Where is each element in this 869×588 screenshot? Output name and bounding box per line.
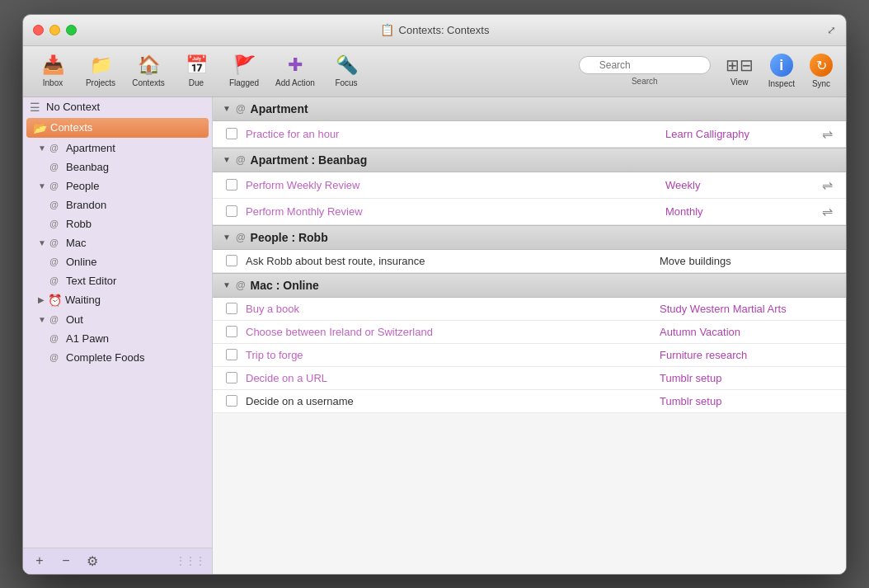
due-icon: 📅: [186, 54, 208, 76]
collapse-triangle-people-robb[interactable]: ▼: [223, 233, 231, 242]
sidebar-item-apartment[interactable]: ▼ @ Apartment: [23, 139, 212, 158]
task-name[interactable]: Perform Monthly Review: [246, 205, 657, 218]
sidebar-item-robb[interactable]: @ Robb: [23, 214, 212, 233]
add-action-button[interactable]: ✚ Add Action: [269, 49, 322, 92]
sidebar-item-out[interactable]: ▼ @ Out: [23, 310, 212, 329]
a1-pawn-at-icon: @: [49, 333, 63, 343]
people-at-icon: @: [49, 181, 63, 191]
out-at-icon: @: [49, 314, 63, 324]
sidebar-item-waiting[interactable]: ▶ ⏰ Waiting: [23, 290, 212, 310]
sidebar-item-no-context[interactable]: ☰ No Context: [23, 97, 212, 117]
focus-icon: 🔦: [336, 54, 358, 76]
task-checkbox[interactable]: [226, 128, 237, 139]
task-name[interactable]: Ask Robb about best route, insurance: [246, 255, 651, 267]
maximize-button[interactable]: [66, 25, 77, 35]
focus-button[interactable]: 🔦 Focus: [323, 49, 369, 92]
due-button[interactable]: 📅 Due: [173, 49, 219, 92]
projects-label: Projects: [86, 78, 115, 87]
section-header-apartment-beanbag: ▼ @ Apartment : Beanbag: [213, 148, 846, 172]
task-checkbox[interactable]: [226, 255, 237, 266]
sidebar-item-text-editor[interactable]: @ Text Editor: [23, 271, 212, 290]
sidebar-item-a1-pawn[interactable]: @ A1 Pawn: [23, 329, 212, 348]
close-button[interactable]: [33, 25, 44, 35]
collapse-triangle-apartment[interactable]: ▼: [223, 104, 231, 113]
collapse-triangle-apartment-beanbag[interactable]: ▼: [223, 155, 231, 164]
task-checkbox[interactable]: [226, 303, 237, 314]
waiting-label: Waiting: [65, 294, 205, 306]
at-icon-apartment-beanbag: @: [236, 154, 246, 166]
apartment-label: Apartment: [66, 142, 205, 154]
triangle-out: ▼: [38, 315, 46, 324]
sidebar-item-complete-foods[interactable]: @ Complete Foods: [23, 348, 212, 367]
remove-item-button[interactable]: −: [56, 551, 76, 571]
task-project: Furniture research: [660, 349, 808, 361]
projects-icon: 📁: [90, 54, 112, 76]
inbox-button[interactable]: 📥 Inbox: [30, 49, 76, 92]
titlebar: 📋 Contexts: Contexts ⤢: [23, 15, 846, 46]
task-checkbox[interactable]: [226, 179, 237, 191]
sidebar-item-beanbag[interactable]: @ Beanbag: [23, 158, 212, 176]
table-row: Ask Robb about best route, insurance Mov…: [213, 250, 846, 273]
online-at-icon: @: [49, 256, 63, 266]
task-name[interactable]: Buy a book: [246, 303, 651, 315]
table-row: Perform Weekly Review Weekly ⇌: [213, 172, 846, 199]
section-title-mac-online: Mac : Online: [251, 279, 319, 292]
sidebar-item-contexts[interactable]: 📂 Contexts: [26, 118, 209, 138]
people-label: People: [66, 180, 205, 192]
task-checkbox[interactable]: [226, 205, 237, 217]
robb-at-icon: @: [49, 219, 63, 228]
projects-button[interactable]: 📁 Projects: [78, 49, 124, 92]
flagged-label: Flagged: [229, 78, 259, 87]
beanbag-at-icon: @: [49, 162, 63, 172]
inspect-button[interactable]: i Inspect: [762, 50, 801, 92]
complete-foods-label: Complete Foods: [66, 351, 205, 364]
repeat-icon[interactable]: ⇌: [822, 177, 833, 193]
sidebar-item-online[interactable]: @ Online: [23, 252, 212, 271]
title-icon: 📋: [380, 23, 394, 36]
flagged-button[interactable]: 🚩 Flagged: [221, 49, 267, 92]
table-row: Practice for an hour Learn Calligraphy ⇌: [213, 121, 846, 148]
resize-handle[interactable]: ⋮⋮⋮: [176, 555, 205, 567]
task-name[interactable]: Decide on a URL: [246, 372, 651, 384]
task-name[interactable]: Decide on a username: [246, 395, 651, 407]
collapse-triangle-mac-online[interactable]: ▼: [223, 280, 231, 289]
sidebar-item-mac[interactable]: ▼ @ Mac: [23, 233, 212, 252]
contexts-button[interactable]: 🏠 Contexts: [125, 49, 171, 92]
contexts-folder-icon: 📂: [33, 121, 47, 134]
search-input[interactable]: [579, 56, 711, 74]
task-name[interactable]: Practice for an hour: [246, 128, 657, 140]
table-row: Perform Monthly Review Monthly ⇌: [213, 199, 846, 225]
repeat-icon[interactable]: ⇌: [822, 204, 833, 219]
contexts-sidebar-label: Contexts: [50, 121, 202, 134]
view-icon: ⊞⊟: [726, 55, 754, 75]
add-item-button[interactable]: +: [30, 551, 49, 571]
expand-button[interactable]: ⤢: [827, 24, 836, 36]
view-button[interactable]: ⊞⊟ View: [719, 52, 760, 90]
sidebar-item-brandon[interactable]: @ Brandon: [23, 195, 212, 214]
sidebar-item-people[interactable]: ▼ @ People: [23, 176, 212, 195]
triangle-mac: ▼: [38, 238, 46, 247]
inbox-icon: 📥: [42, 54, 64, 76]
mac-at-icon: @: [49, 238, 63, 247]
minimize-button[interactable]: [49, 25, 60, 35]
task-checkbox[interactable]: [226, 395, 237, 407]
task-checkbox[interactable]: [226, 326, 237, 337]
flagged-icon: 🚩: [233, 54, 256, 76]
task-checkbox[interactable]: [226, 349, 237, 360]
main-window: 📋 Contexts: Contexts ⤢ 📥 Inbox 📁 Project…: [22, 14, 847, 575]
settings-button[interactable]: ⚙: [82, 551, 102, 571]
at-icon-apartment: @: [236, 103, 246, 115]
brandon-label: Brandon: [66, 199, 205, 211]
sync-button[interactable]: ↻ Sync: [803, 50, 839, 92]
task-project: Move buildings: [660, 255, 808, 267]
search-area: Search: [579, 56, 711, 86]
at-icon-people-robb: @: [236, 232, 246, 243]
task-name[interactable]: Perform Weekly Review: [246, 179, 657, 191]
repeat-icon[interactable]: ⇌: [822, 126, 833, 142]
section-title-apartment-beanbag: Apartment : Beanbag: [251, 153, 368, 167]
toolbar-right: ⊞⊟ View i Inspect ↻ Sync: [719, 50, 839, 92]
beanbag-label: Beanbag: [66, 161, 205, 173]
task-name[interactable]: Trip to forge: [246, 349, 651, 361]
task-checkbox[interactable]: [226, 372, 237, 383]
task-name[interactable]: Choose between Ireland or Switzerland: [246, 326, 651, 338]
